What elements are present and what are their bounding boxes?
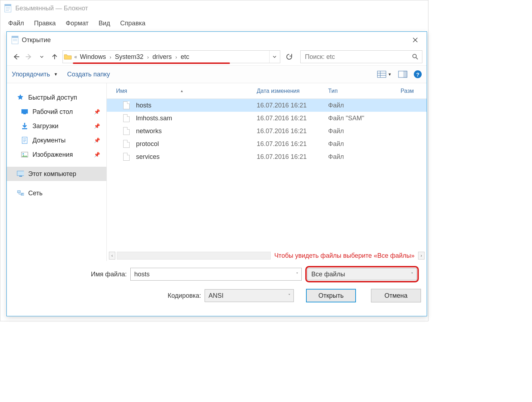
svg-rect-23 [22,128,27,129]
chevron-down-icon[interactable]: ˅ [288,293,291,298]
dialog-bottom: Имя файла: hosts ˅ Все файлы ˅ Кодировка… [7,261,427,309]
file-icon [123,127,130,135]
sidebar-item-downloads[interactable]: Загрузки 📌 [7,119,106,133]
sidebar-this-pc-label: Этот компьютер [28,170,76,178]
filetype-filter-value: Все файлы [311,271,345,278]
file-date: 16.07.2016 16:21 [257,153,328,161]
notepad-title: Безымянный — Блокнот [15,5,88,12]
menu-help[interactable]: Справка [115,17,151,29]
menu-view[interactable]: Вид [94,17,115,29]
chevron-right-icon[interactable]: › [173,54,179,60]
pin-icon[interactable]: 📌 [94,123,100,129]
pin-icon[interactable]: 📌 [94,109,100,115]
encoding-combo[interactable]: ANSI ˅ [205,289,294,302]
file-name: lmhosts.sam [136,115,172,122]
file-date: 16.07.2016 16:21 [257,115,328,122]
svg-rect-20 [403,71,407,77]
chevron-right-icon[interactable]: › [107,54,114,60]
breadcrumb[interactable]: « Windows › System32 › drivers › etc [62,50,280,63]
cancel-button[interactable]: Отмена [371,289,421,302]
filename-value: hosts [134,271,150,278]
file-row[interactable]: services16.07.2016 16:21Файл [107,150,427,163]
column-date[interactable]: Дата изменения [257,88,328,94]
menu-format[interactable]: Формат [61,17,94,29]
help-icon[interactable]: ? [414,70,422,78]
svg-point-13 [413,54,416,58]
breadcrumb-item-drivers[interactable]: drivers [151,52,173,61]
sidebar-item-desktop[interactable]: Рабочий стол 📌 [7,105,106,119]
annotation-underline [73,62,230,64]
breadcrumb-overflow[interactable]: « [73,54,79,60]
file-name: networks [136,127,162,135]
file-type: Файл [328,127,389,135]
dialog-title: Открытие [22,36,408,44]
chevron-down-icon[interactable]: ˅ [296,272,298,277]
file-row[interactable]: networks16.07.2016 16:21Файл [107,125,427,137]
pin-icon[interactable]: 📌 [94,152,100,157]
nav-up-icon[interactable] [50,52,60,62]
chevron-down-icon[interactable]: ˅ [411,272,413,277]
horizontal-scrollbar[interactable]: ‹ Чтобы увидеть файлы выберите «Все файл… [107,250,427,261]
svg-rect-30 [17,171,24,176]
column-size[interactable]: Разм [389,88,417,94]
refresh-icon[interactable] [283,50,295,63]
file-name: protocol [136,140,159,148]
scroll-right-icon[interactable]: › [418,252,425,260]
sidebar-quick-access[interactable]: Быстрый доступ [7,90,106,105]
breadcrumb-item-etc[interactable]: etc [179,52,191,61]
new-folder-button[interactable]: Создать папку [67,71,110,78]
breadcrumb-item-windows[interactable]: Windows [79,52,107,61]
sidebar-item-label: Изображения [32,151,73,159]
scroll-track[interactable] [117,252,271,260]
file-row[interactable]: protocol16.07.2016 16:21Файл [107,137,427,150]
close-icon[interactable] [408,35,422,45]
filetype-filter-combo[interactable]: Все файлы ˅ [307,268,417,280]
sidebar-network-label: Сеть [28,190,42,197]
file-type: Файл "SAM" [328,115,389,122]
view-mode-button[interactable]: ▼ [377,71,392,78]
sidebar-item-label: Загрузки [32,122,58,130]
sidebar-item-label: Документы [32,137,66,144]
file-date: 16.07.2016 16:21 [257,102,328,109]
sidebar-this-pc[interactable]: Этот компьютер [7,167,106,181]
preview-pane-button[interactable] [398,71,407,78]
breadcrumb-item-system32[interactable]: System32 [114,52,145,61]
svg-point-29 [22,153,24,155]
search-input[interactable] [300,50,422,63]
encoding-value: ANSI [209,292,224,300]
search-field[interactable] [304,53,410,61]
file-row[interactable]: hosts16.07.2016 16:21Файл [107,99,427,112]
filename-combo[interactable]: hosts ˅ [130,268,302,281]
notepad-menubar: Файл Правка Формат Вид Справка [0,16,428,30]
column-type[interactable]: Тип [328,88,389,94]
sidebar-network[interactable]: Сеть [7,186,106,200]
file-type: Файл [328,140,389,148]
open-dialog: Открытие « Windows › System32 › drivers [6,31,427,316]
search-icon[interactable] [410,54,418,60]
sidebar-item-documents[interactable]: Документы 📌 [7,133,106,147]
pin-icon[interactable]: 📌 [94,137,100,143]
menu-file[interactable]: Файл [3,17,29,29]
menu-edit[interactable]: Правка [29,17,61,29]
dialog-body: Быстрый доступ Рабочий стол 📌 Загрузки 📌… [7,83,427,261]
column-name[interactable]: Имя ▲ [107,88,257,94]
open-button[interactable]: Открыть [306,289,356,302]
chevron-down-icon: ▼ [54,72,58,77]
column-name-label: Имя [116,88,127,94]
scroll-left-icon[interactable]: ‹ [109,252,115,260]
chevron-right-icon[interactable]: › [145,54,151,60]
organize-button[interactable]: Упорядочить ▼ [12,71,58,78]
sort-asc-icon: ▲ [180,89,184,93]
organize-label: Упорядочить [12,71,50,78]
sidebar-item-pictures[interactable]: Изображения 📌 [7,147,106,162]
annotation-hint: Чтобы увидеть файлы выберите «Все файлы» [272,252,417,260]
file-list-header: Имя ▲ Дата изменения Тип Разм [107,83,427,99]
file-row[interactable]: lmhosts.sam16.07.2016 16:21Файл "SAM" [107,112,427,125]
file-pane: Имя ▲ Дата изменения Тип Разм hosts16.07… [107,83,427,261]
desktop-icon [21,108,28,115]
file-list[interactable]: hosts16.07.2016 16:21Файлlmhosts.sam16.0… [107,99,427,250]
breadcrumb-dropdown-icon[interactable] [269,51,279,63]
network-icon [17,190,24,197]
nav-back-icon[interactable] [11,52,21,62]
nav-recent-dropdown-icon[interactable] [37,52,47,62]
